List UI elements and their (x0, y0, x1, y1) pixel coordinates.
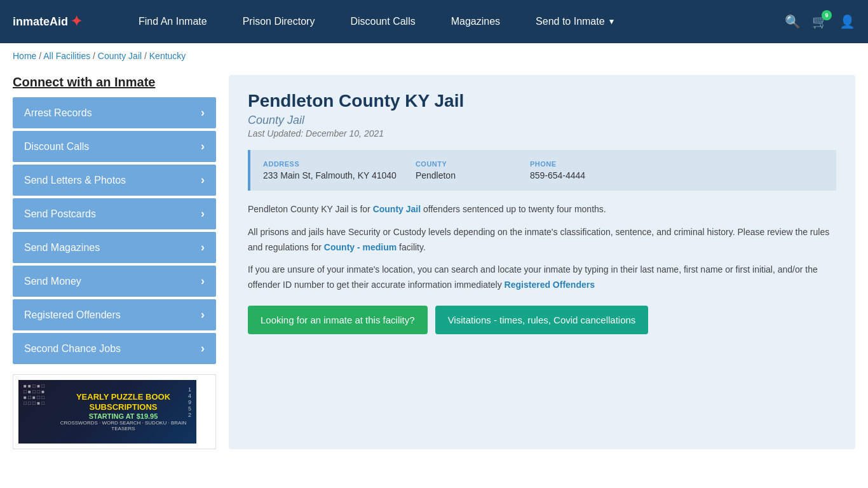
breadcrumb-kentucky[interactable]: Kentucky (149, 51, 186, 61)
logo[interactable]: inmateAid ✦ (13, 13, 102, 30)
chevron-down-icon: ▼ (608, 17, 616, 26)
chevron-right-icon: › (201, 308, 205, 322)
breadcrumb: Home / All Facilities / County Jail / Ke… (0, 43, 868, 69)
phone-section: PHONE 859-654-4444 (530, 160, 625, 180)
chevron-right-icon: › (201, 106, 205, 119)
phone-label: PHONE (530, 160, 625, 168)
breadcrumb-all-facilities[interactable]: All Facilities (43, 51, 90, 61)
nav-find-inmate[interactable]: Find An Inmate (121, 0, 225, 43)
facility-description: Pendleton County KY Jail is for County J… (248, 202, 836, 293)
action-buttons: Looking for an inmate at this facility? … (248, 306, 836, 334)
county-label: COUNTY (416, 160, 511, 168)
facility-type: County Jail (248, 114, 836, 127)
desc-paragraph-3: If you are unsure of your inmate's locat… (248, 262, 836, 293)
sidebar-item-arrest-records[interactable]: Arrest Records › (13, 97, 216, 128)
chevron-right-icon: › (201, 342, 205, 355)
sidebar-item-second-chance-jobs[interactable]: Second Chance Jobs › (13, 333, 216, 364)
logo-text: inmateAid (13, 15, 68, 29)
county-jail-link[interactable]: County Jail (373, 204, 421, 214)
chevron-right-icon: › (201, 274, 205, 288)
search-icon[interactable]: 🔍 (785, 14, 801, 29)
breadcrumb-county-jail[interactable]: County Jail (98, 51, 142, 61)
chevron-right-icon: › (201, 207, 205, 220)
address-label: ADDRESS (263, 160, 397, 168)
sidebar-item-send-money[interactable]: Send Money › (13, 266, 216, 297)
phone-value: 859-654-4444 (530, 170, 625, 180)
county-section: COUNTY Pendleton (416, 160, 511, 180)
desc-paragraph-2: All prisons and jails have Security or C… (248, 225, 836, 255)
nav-magazines[interactable]: Magazines (433, 0, 518, 43)
site-header: inmateAid ✦ Find An Inmate Prison Direct… (0, 0, 868, 43)
facility-info-card: ADDRESS 233 Main St, Falmouth, KY 41040 … (248, 150, 836, 191)
chevron-right-icon: › (201, 241, 205, 254)
main-nav: Find An Inmate Prison Directory Discount… (121, 0, 766, 43)
sidebar: Connect with an Inmate Arrest Records › … (13, 75, 216, 449)
cart-badge: 9 (822, 10, 832, 20)
main-content: Connect with an Inmate Arrest Records › … (0, 69, 868, 456)
sidebar-menu: Arrest Records › Discount Calls › Send L… (13, 97, 216, 364)
county-value: Pendleton (416, 170, 511, 180)
ad-crossword-icon: ■ ■ □ ■ □□ ■ □ □ ■■ □ ■ □ □□ □ □ ■ □ (24, 383, 44, 406)
ad-banner[interactable]: ■ ■ □ ■ □□ ■ □ □ ■■ □ ■ □ □□ □ □ ■ □ YEA… (13, 374, 216, 449)
header-icons: 🔍 🛒 9 👤 (785, 14, 855, 29)
ad-title: YEARLY PUZZLE BOOKSUBSCRIPTIONS (50, 392, 196, 412)
county-medium-link[interactable]: County - medium (324, 242, 397, 252)
breadcrumb-home[interactable]: Home (13, 51, 36, 61)
address-value: 233 Main St, Falmouth, KY 41040 (263, 170, 397, 180)
find-inmate-button[interactable]: Looking for an inmate at this facility? (248, 306, 428, 334)
visitations-button[interactable]: Visitations - times, rules, Covid cancel… (435, 306, 649, 334)
sidebar-title: Connect with an Inmate (13, 75, 216, 90)
nav-discount-calls[interactable]: Discount Calls (332, 0, 433, 43)
user-icon[interactable]: 👤 (839, 14, 855, 29)
desc-paragraph-1: Pendleton County KY Jail is for County J… (248, 202, 836, 217)
registered-offenders-link[interactable]: Registered Offenders (505, 280, 595, 290)
facility-detail: Pendleton County KY Jail County Jail Las… (229, 75, 855, 449)
facility-name: Pendleton County KY Jail (248, 91, 836, 111)
sidebar-item-registered-offenders[interactable]: Registered Offenders › (13, 299, 216, 330)
ad-price: STARTING AT $19.95 (50, 412, 196, 420)
facility-last-updated: Last Updated: December 10, 2021 (248, 128, 836, 139)
chevron-right-icon: › (201, 173, 205, 187)
cart-icon[interactable]: 🛒 9 (812, 14, 828, 29)
sidebar-item-send-letters[interactable]: Send Letters & Photos › (13, 165, 216, 196)
sidebar-item-send-magazines[interactable]: Send Magazines › (13, 232, 216, 263)
chevron-right-icon: › (201, 140, 205, 153)
logo-icon: ✦ (71, 13, 82, 30)
nav-send-to-inmate[interactable]: Send to Inmate ▼ (518, 0, 633, 43)
sidebar-item-send-postcards[interactable]: Send Postcards › (13, 198, 216, 229)
address-section: ADDRESS 233 Main St, Falmouth, KY 41040 (263, 160, 397, 180)
sidebar-item-discount-calls[interactable]: Discount Calls › (13, 131, 216, 162)
ad-types: CROSSWORDS · WORD SEARCH · SUDOKU · BRAI… (50, 420, 196, 431)
ad-puzzle-grid: 14952 (188, 386, 191, 418)
nav-prison-directory[interactable]: Prison Directory (225, 0, 333, 43)
